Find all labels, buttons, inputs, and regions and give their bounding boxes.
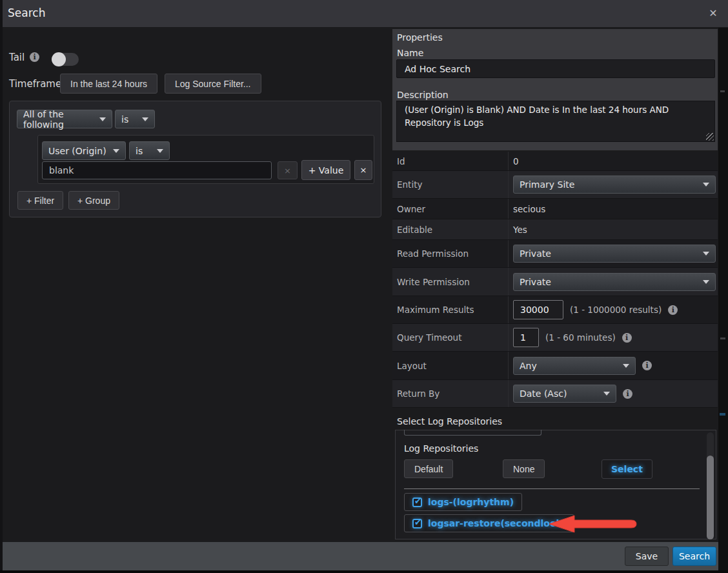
checkbox-checked-icon[interactable]: ✔ xyxy=(412,498,422,507)
group-condition-dropdown[interactable]: is xyxy=(115,110,155,128)
tail-toggle[interactable] xyxy=(52,53,79,66)
rule-field-dropdown[interactable]: User (Origin) xyxy=(42,141,126,160)
property-row-entity: EntityPrimary Site xyxy=(392,171,718,199)
rule-operator-value: is xyxy=(136,146,143,156)
chevron-down-icon xyxy=(603,392,610,396)
chevron-down-icon xyxy=(113,149,119,153)
property-label: Return By xyxy=(392,380,509,407)
property-row-owner: Ownersecious xyxy=(392,199,718,219)
group-operator-value: All of the following xyxy=(23,109,94,130)
name-label: Name xyxy=(397,48,423,58)
timeframe-button[interactable]: In the last 24 hours xyxy=(60,74,157,94)
tail-info-icon[interactable]: i xyxy=(30,52,39,62)
property-row-maximum-results: Maximum Results(1 - 1000000 results)i xyxy=(392,296,718,324)
select-log-repositories-label: Select Log Repositories xyxy=(397,416,502,427)
dropdown-value: Private xyxy=(520,277,551,287)
info-icon[interactable]: i xyxy=(668,305,678,315)
dialog-titlebar: Search ✕ xyxy=(0,0,728,28)
dialog-title: Search xyxy=(8,6,45,19)
repository-chip[interactable]: ✔logs-(logrhythm) xyxy=(404,493,522,511)
property-row-write-permission: Write PermissionPrivate xyxy=(392,268,718,296)
chevron-down-icon xyxy=(157,149,163,153)
dropdown-value: Any xyxy=(520,361,537,371)
add-filter-button[interactable]: + Filter xyxy=(17,191,63,210)
close-icon[interactable]: ✕ xyxy=(707,7,719,20)
property-row-id: Id0 xyxy=(392,152,718,171)
none-button[interactable]: None xyxy=(503,459,545,478)
background-artifact xyxy=(718,28,728,573)
log-source-filter-button[interactable]: Log Source Filter... xyxy=(165,74,261,94)
save-button[interactable]: Save xyxy=(625,547,669,566)
property-value: secious xyxy=(513,204,545,214)
range-hint: (1 - 1000000 results) xyxy=(570,305,662,315)
properties-title: Properties xyxy=(397,32,443,43)
description-textarea[interactable]: (User (Origin) is Blank) AND Date is In … xyxy=(396,101,715,142)
property-row-editable: EditableYes xyxy=(392,219,718,240)
name-input[interactable] xyxy=(396,59,715,78)
dialog-footer: Save Search xyxy=(0,542,728,570)
property-dropdown[interactable]: Date (Asc) xyxy=(513,385,616,403)
remove-value-button[interactable]: × xyxy=(278,161,298,179)
timeframe-label: Timeframe xyxy=(9,78,61,90)
divider xyxy=(404,488,700,489)
info-icon[interactable]: i xyxy=(623,389,632,399)
chevron-down-icon xyxy=(99,117,106,121)
property-dropdown[interactable]: Private xyxy=(513,273,716,291)
property-dropdown[interactable]: Primary Site xyxy=(513,176,716,194)
scrollbar-track[interactable] xyxy=(707,432,714,537)
repository-chip-label: logs-(logrhythm) xyxy=(428,497,514,507)
log-repositories-panel: Log Repositories Default None Select ✔lo… xyxy=(395,430,716,539)
property-row-query-timeout: Query Timeout(1 - 60 minutes)i xyxy=(392,324,718,352)
property-label: Layout xyxy=(392,352,509,379)
property-label: Maximum Results xyxy=(392,296,509,323)
tail-label: Tail xyxy=(9,52,25,63)
add-group-button[interactable]: + Group xyxy=(68,191,119,210)
chevron-down-icon xyxy=(703,280,709,284)
scrolled-input-remnant xyxy=(404,430,541,436)
toggle-knob xyxy=(52,52,66,66)
property-dropdown[interactable]: Any xyxy=(513,357,636,375)
rule-value-input[interactable] xyxy=(42,161,272,179)
filter-rule-box: User (Origin) is × + Value × xyxy=(37,135,374,184)
property-label: Query Timeout xyxy=(392,324,509,351)
log-repositories-label: Log Repositories xyxy=(404,443,478,454)
default-button[interactable]: Default xyxy=(404,459,453,478)
remove-rule-button[interactable]: × xyxy=(354,160,372,180)
group-condition-value: is xyxy=(121,114,128,125)
property-label: Id xyxy=(392,152,509,170)
property-input[interactable] xyxy=(513,328,539,347)
chevron-down-icon xyxy=(703,252,709,256)
properties-table: Id0EntityPrimary SiteOwnerseciousEditabl… xyxy=(392,152,718,408)
property-label: Write Permission xyxy=(392,268,509,296)
search-dialog: Search ✕ Tail i Timeframe In the last 24… xyxy=(0,0,728,573)
rule-field-value: User (Origin) xyxy=(48,146,106,156)
info-icon[interactable]: i xyxy=(622,333,632,343)
property-label: Entity xyxy=(392,171,509,198)
select-button[interactable]: Select xyxy=(602,459,652,479)
chevron-down-icon xyxy=(142,117,148,121)
properties-section: Properties Name Description (User (Origi… xyxy=(392,29,718,150)
dropdown-value: Private xyxy=(520,248,551,259)
description-label: Description xyxy=(397,90,449,100)
background-artifact xyxy=(0,570,728,573)
scrollbar-thumb[interactable] xyxy=(707,456,714,539)
info-icon[interactable]: i xyxy=(642,361,652,370)
repository-chip-label: logsar-restore(secondlook) xyxy=(428,518,566,528)
chevron-down-icon xyxy=(623,364,629,368)
search-button[interactable]: Search xyxy=(672,547,716,566)
filter-group-box: All of the following is User (Origin) is… xyxy=(9,101,381,217)
property-row-return-by: Return ByDate (Asc)i xyxy=(392,380,718,408)
background-artifact xyxy=(0,0,3,570)
property-dropdown[interactable]: Private xyxy=(513,245,716,263)
dropdown-value: Primary Site xyxy=(520,179,574,190)
property-row-read-permission: Read PermissionPrivate xyxy=(392,240,718,268)
property-row-layout: LayoutAnyi xyxy=(392,352,718,380)
rule-operator-dropdown[interactable]: is xyxy=(129,141,170,160)
group-operator-dropdown[interactable]: All of the following xyxy=(17,110,112,128)
property-value: 0 xyxy=(513,156,519,166)
property-value: Yes xyxy=(513,225,527,235)
checkbox-checked-icon[interactable]: ✔ xyxy=(412,519,422,528)
add-value-button[interactable]: + Value xyxy=(301,160,350,180)
property-label: Editable xyxy=(392,219,509,239)
property-input[interactable] xyxy=(513,300,563,319)
